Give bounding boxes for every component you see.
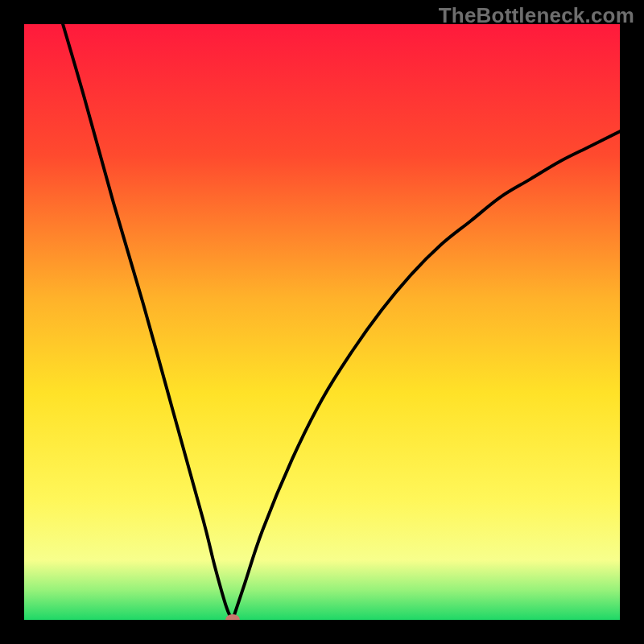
plot-area	[24, 24, 620, 620]
curve-right	[233, 131, 620, 620]
chart-frame: TheBottleneck.com	[0, 0, 644, 644]
curve-left	[63, 24, 233, 620]
bottleneck-curve	[24, 24, 620, 620]
watermark-text: TheBottleneck.com	[439, 3, 634, 28]
optimal-point-marker	[225, 614, 240, 620]
